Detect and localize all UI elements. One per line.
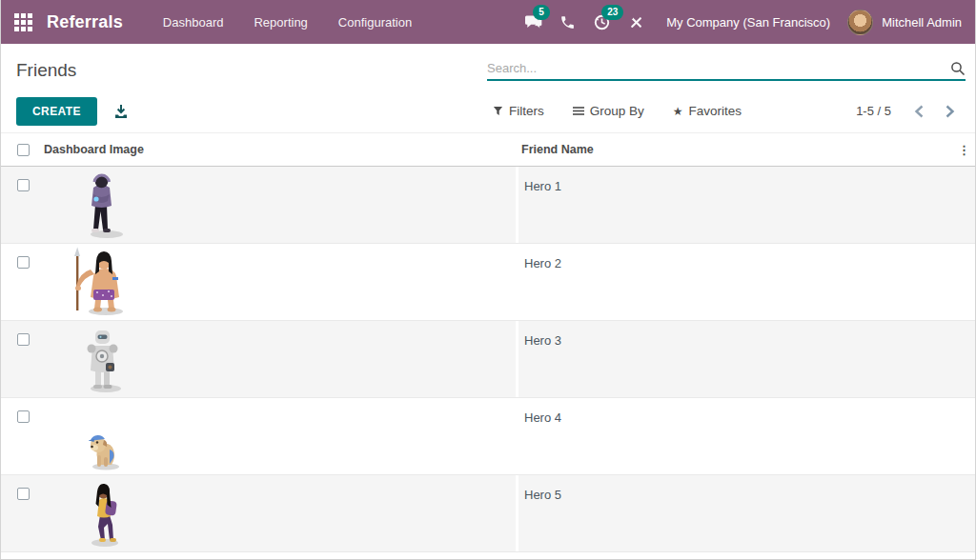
app-title[interactable]: Referrals <box>47 12 123 32</box>
column-header-dashboard-image[interactable]: Dashboard Image <box>39 143 516 156</box>
menu-dashboard[interactable]: Dashboard <box>148 0 239 44</box>
hero1-image-person-purple-hoodie <box>66 169 138 239</box>
table-row[interactable]: Hero 2 <box>1 244 975 321</box>
pager-next-button[interactable] <box>939 101 960 122</box>
filters-button[interactable]: Filters <box>493 104 544 118</box>
export-button[interactable] <box>113 104 129 119</box>
user-menu[interactable]: Mitchell Admin <box>847 10 962 35</box>
crossed-tools-icon <box>628 14 644 30</box>
hero5-image-woman-backpack <box>66 477 138 548</box>
group-by-button[interactable]: Group By <box>573 104 644 118</box>
dashboard-image-cell <box>39 167 516 243</box>
pager-range: 1-5 / 5 <box>856 104 891 118</box>
friend-name-cell: Hero 2 <box>516 244 958 320</box>
apps-menu-button[interactable] <box>1 0 45 44</box>
friend-name-cell: Hero 1 <box>516 167 958 243</box>
company-switcher[interactable]: My Company (San Francisco) <box>653 15 847 30</box>
search-box <box>487 61 966 81</box>
optional-columns-toggle-icon[interactable]: ⋮ <box>958 144 975 156</box>
friend-name-cell: Hero 4 <box>516 398 958 474</box>
friend-name-cell: Hero 3 <box>516 321 958 397</box>
hero4-image-dog-blue-cap <box>66 400 138 470</box>
row-checkbox[interactable] <box>17 410 30 423</box>
chevron-left-icon <box>914 105 925 118</box>
table-header: Dashboard Image Friend Name ⋮ <box>1 132 975 167</box>
search-input[interactable] <box>487 61 950 75</box>
table-row[interactable]: Hero 1 <box>1 167 975 244</box>
select-all-checkbox[interactable] <box>17 144 30 156</box>
page-title: Friends <box>16 60 487 81</box>
dashboard-image-cell <box>39 244 516 320</box>
hero3-image-robot-armor <box>66 323 138 393</box>
filters-label: Filters <box>509 104 544 118</box>
phone-icon <box>559 14 576 30</box>
table-row[interactable]: Hero 4 <box>1 398 975 475</box>
group-by-label: Group By <box>590 104 644 118</box>
row-checkbox[interactable] <box>17 179 30 191</box>
user-avatar <box>847 10 873 35</box>
star-icon: ★ <box>673 105 683 118</box>
control-panel-bottom: CREATE Filters Group By ★ F <box>1 90 975 132</box>
dashboard-image-cell <box>39 321 516 397</box>
pager: 1-5 / 5 <box>856 101 960 122</box>
tools-button[interactable] <box>619 0 653 44</box>
friend-name-cell: Hero 5 <box>516 475 958 551</box>
row-checkbox[interactable] <box>17 333 30 346</box>
create-button[interactable]: CREATE <box>16 97 97 126</box>
table-row[interactable]: Hero 5 <box>1 475 975 552</box>
column-header-friend-name[interactable]: Friend Name <box>516 143 958 156</box>
top-menu: Dashboard Reporting Configuration <box>148 0 427 44</box>
download-icon <box>113 104 129 119</box>
filter-funnel-icon <box>493 106 503 116</box>
dashboard-image-cell <box>39 475 516 551</box>
menu-reporting[interactable]: Reporting <box>238 0 322 44</box>
group-by-icon <box>573 106 584 116</box>
dashboard-image-cell <box>39 398 516 474</box>
app-window: Referrals Dashboard Reporting Configurat… <box>0 0 976 560</box>
messages-badge: 5 <box>533 5 550 20</box>
hero2-image-barbarian-spear <box>66 246 138 316</box>
pager-previous-button[interactable] <box>908 101 929 122</box>
menu-configuration[interactable]: Configuration <box>323 0 427 44</box>
table-row[interactable]: Hero 3 <box>1 321 975 398</box>
friends-list: Dashboard Image Friend Name ⋮ <box>1 132 975 552</box>
favorites-button[interactable]: ★ Favorites <box>673 104 742 118</box>
main-navbar: Referrals Dashboard Reporting Configurat… <box>1 0 975 44</box>
favorites-label: Favorites <box>689 104 742 118</box>
messages-button[interactable]: 5 <box>516 0 550 44</box>
search-options: Filters Group By ★ Favorites <box>493 104 742 118</box>
activities-button[interactable]: 23 <box>584 0 619 44</box>
systray: 5 23 <box>516 0 962 44</box>
calls-button[interactable] <box>550 0 584 44</box>
row-checkbox[interactable] <box>17 488 30 500</box>
search-icon[interactable] <box>950 61 966 76</box>
chevron-right-icon <box>945 105 955 118</box>
user-name: Mitchell Admin <box>882 15 962 30</box>
row-checkbox[interactable] <box>17 256 30 269</box>
apps-grid-icon <box>14 13 32 31</box>
control-panel-top: Friends <box>1 44 975 90</box>
